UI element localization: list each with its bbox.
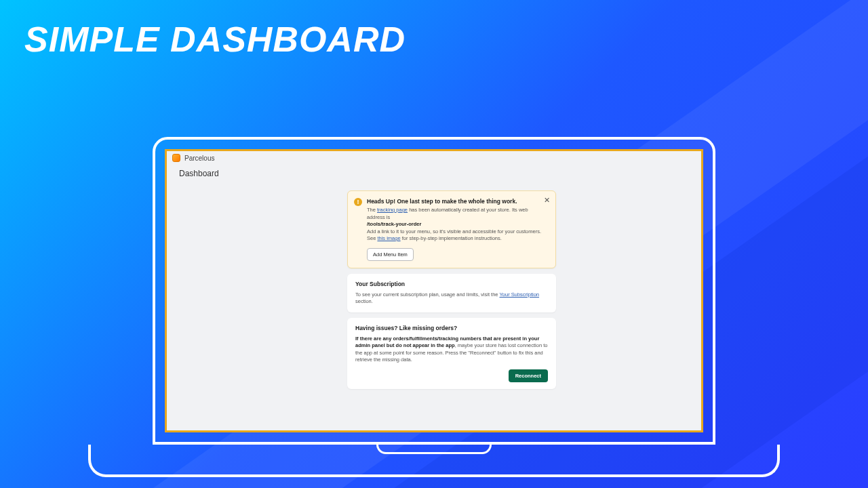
- tracking-page-path: /tools/track-your-order: [367, 221, 421, 227]
- page-title: Dashboard: [167, 165, 701, 184]
- add-menu-item-button[interactable]: Add Menu Item: [367, 248, 414, 261]
- instructions-image-link[interactable]: this image: [377, 235, 400, 241]
- banner-line2: Add a link to it to your menu, so it's v…: [367, 228, 541, 235]
- close-icon[interactable]: ✕: [544, 196, 550, 205]
- banner-line3-suffix: for step-by-step implementation instruct…: [401, 235, 502, 241]
- laptop-base: [88, 445, 780, 477]
- app-screen: Parcelous Dashboard ! ✕ Heads Up! One la…: [165, 149, 703, 432]
- setup-banner: ! ✕ Heads Up! One last step to make the …: [347, 190, 556, 268]
- issues-text: If there are any orders/fulfillments/tra…: [355, 336, 548, 364]
- banner-text: The tracking page has been automatically…: [367, 207, 547, 243]
- subscription-text: To see your current subscription plan, u…: [355, 291, 548, 306]
- banner-heading: Heads Up! One last step to make the whol…: [367, 198, 547, 205]
- subscription-card: Your Subscription To see your current su…: [347, 274, 556, 312]
- banner-line3-prefix: See: [367, 235, 377, 241]
- issues-heading: Having issues? Like missing orders?: [355, 325, 548, 331]
- laptop-notch: [376, 445, 492, 454]
- screen-bezel: Parcelous Dashboard ! ✕ Heads Up! One la…: [153, 137, 715, 445]
- app-header: Parcelous: [167, 151, 701, 165]
- warning-icon: !: [354, 198, 362, 206]
- subscription-text-suffix: section.: [355, 298, 373, 304]
- issues-card: Having issues? Like missing orders? If t…: [347, 318, 556, 389]
- subscription-heading: Your Subscription: [355, 281, 548, 287]
- banner-text-prefix: The: [367, 207, 377, 213]
- promo-title: SIMPLE DASHBOARD: [24, 19, 406, 60]
- tracking-page-link[interactable]: tracking page: [377, 207, 408, 213]
- app-name: Parcelous: [184, 155, 214, 162]
- reconnect-button[interactable]: Reconnect: [509, 369, 548, 382]
- subscription-text-prefix: To see your current subscription plan, u…: [355, 291, 499, 298]
- your-subscription-link[interactable]: Your Subscription: [499, 291, 539, 298]
- app-icon: [172, 154, 180, 162]
- content-column: ! ✕ Heads Up! One last step to make the …: [347, 190, 556, 389]
- laptop-mockup: Parcelous Dashboard ! ✕ Heads Up! One la…: [88, 137, 780, 477]
